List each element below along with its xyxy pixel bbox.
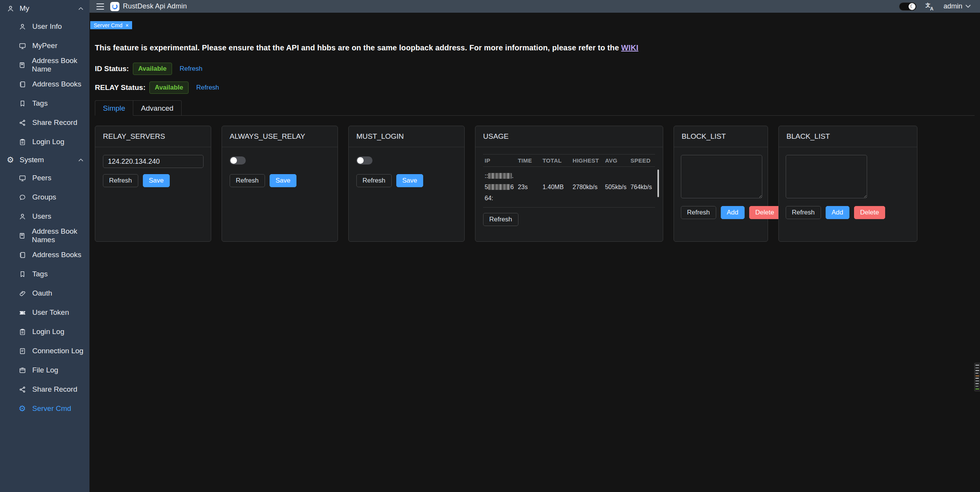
usage-refresh-button[interactable]: Refresh — [483, 213, 518, 226]
always-use-relay-toggle[interactable] — [230, 156, 246, 165]
usage-col-highest: HIGHEST — [571, 155, 603, 167]
must-login-refresh-button[interactable]: Refresh — [356, 174, 392, 187]
monitor-icon — [18, 174, 26, 182]
notebook-icon — [18, 80, 26, 88]
relay-refresh-button[interactable]: Refresh — [103, 174, 138, 187]
sidebar-item-tags[interactable]: Tags — [0, 94, 89, 113]
relay-servers-input[interactable] — [103, 155, 204, 168]
tab-advanced[interactable]: Advanced — [133, 100, 182, 116]
always-use-relay-refresh-button[interactable]: Refresh — [230, 174, 265, 187]
always-use-relay-save-button[interactable]: Save — [270, 174, 297, 187]
sidebar-item-label: Peers — [32, 174, 51, 182]
sidebar-item-label: Tags — [32, 99, 48, 108]
tab-server-cmd[interactable]: Server Cmd × — [90, 21, 132, 29]
sidebar-item-peers[interactable]: Peers — [0, 168, 89, 188]
usage-cell-speed: 764kb/s — [629, 167, 655, 208]
sidebar-item-connection-log[interactable]: Connection Log — [0, 341, 89, 361]
sidebar-item-address-book-name[interactable]: Address Book Name — [0, 55, 89, 75]
sidebar-item-share-record[interactable]: Share Record — [0, 380, 89, 399]
hamburger-icon[interactable] — [96, 3, 104, 10]
block-list-delete-button[interactable]: Delete — [749, 206, 780, 219]
gear-icon: ⚙ — [7, 156, 14, 164]
user-menu-label: admin — [944, 2, 962, 10]
minimap-bar — [975, 365, 979, 366]
minimap-bar — [975, 378, 979, 379]
dark-mode-toggle[interactable]: ☾ — [899, 2, 917, 11]
sidebar-item-login-log[interactable]: Login Log — [0, 132, 89, 151]
sidebar-item-address-books[interactable]: Address Books — [0, 245, 89, 264]
sidebar-item-label: Address Books — [32, 80, 81, 88]
sidebar-item-address-books[interactable]: Address Books — [0, 75, 89, 94]
sidebar-item-label: Server Cmd — [32, 404, 71, 413]
sidebar-item-tags[interactable]: Tags — [0, 264, 89, 284]
main-content: Server Cmd × This feature is experimenta… — [89, 13, 980, 492]
share-icon — [18, 386, 26, 393]
gear-icon: ⚙ — [18, 405, 26, 412]
must-login-save-button[interactable]: Save — [396, 174, 424, 187]
relay-status-refresh-link[interactable]: Refresh — [196, 84, 219, 91]
translate-icon[interactable]: 文 A — [925, 2, 935, 11]
wiki-link[interactable]: WIKI — [621, 43, 639, 52]
sidebar-group-my[interactable]: My — [0, 0, 89, 17]
minimap-bar — [975, 373, 978, 374]
sidebar-item-label: Groups — [32, 193, 56, 201]
tab-simple[interactable]: Simple — [95, 100, 133, 116]
minimap-bar — [975, 381, 979, 381]
block-list-add-button[interactable]: Add — [721, 206, 745, 219]
sidebar-item-mypeer[interactable]: MyPeer — [0, 36, 89, 55]
settings-cards: RELAY_SERVERS Refresh Save ALWAYS_USE_RE… — [95, 126, 975, 242]
id-status-label: ID Status: — [95, 65, 129, 73]
sidebar-item-label: Tags — [32, 270, 48, 278]
black-list-textarea[interactable] — [786, 155, 867, 198]
top-header: RustDesk Api Admin ☾ 文 A admin — [89, 0, 980, 13]
relay-status-badge: Available — [149, 81, 189, 94]
block-list-refresh-button[interactable]: Refresh — [681, 206, 716, 219]
sidebar-item-share-record[interactable]: Share Record — [0, 113, 89, 132]
sidebar-item-server-cmd[interactable]: ⚙Server Cmd — [0, 399, 89, 418]
sidebar-item-oauth[interactable]: Oauth — [0, 284, 89, 303]
bookmark-icon — [18, 270, 26, 278]
block-list-textarea[interactable] — [681, 155, 762, 198]
black-list-add-button[interactable]: Add — [826, 206, 849, 219]
card-usage: USAGE IPTIMETOTALHIGHESTAVGSPEED ::.5664… — [475, 126, 663, 242]
sidebar-item-users[interactable]: Users — [0, 207, 89, 226]
sidebar-item-label: Oauth — [32, 289, 52, 298]
id-status-badge: Available — [133, 63, 172, 75]
relay-save-button[interactable]: Save — [143, 174, 170, 187]
sidebar-item-label: Login Log — [32, 327, 64, 336]
mode-tabs: Simple Advanced — [95, 100, 975, 116]
user-menu[interactable]: admin — [944, 2, 971, 10]
card-block-list: BLOCK_LIST Refresh Add Delete — [674, 126, 768, 242]
card-always-use-relay: ALWAYS_USE_RELAY Refresh Save — [222, 126, 338, 242]
black-list-delete-button[interactable]: Delete — [854, 206, 885, 219]
id-status-refresh-link[interactable]: Refresh — [180, 65, 203, 73]
usage-col-avg: AVG — [603, 155, 629, 167]
sidebar-group-system[interactable]: ⚙System — [0, 151, 89, 168]
minimap-bar — [975, 389, 979, 389]
sidebar-item-address-book-names[interactable]: Address Book Names — [0, 226, 89, 245]
chat-icon — [18, 193, 26, 201]
svg-text:A: A — [930, 6, 934, 11]
user-icon — [18, 23, 26, 30]
sidebar-item-groups[interactable]: Groups — [0, 188, 89, 207]
rustdesk-logo-icon — [110, 2, 119, 11]
must-login-toggle[interactable] — [356, 156, 372, 165]
minimap-widget[interactable] — [974, 363, 980, 391]
close-icon[interactable]: × — [126, 23, 129, 28]
sidebar-item-file-log[interactable]: File Log — [0, 361, 89, 380]
black-list-refresh-button[interactable]: Refresh — [786, 206, 821, 219]
sidebar-item-login-log[interactable]: Login Log — [0, 322, 89, 341]
sidebar-item-user-token[interactable]: User Token — [0, 303, 89, 322]
tab-label: Server Cmd — [94, 22, 122, 28]
svg-text:文: 文 — [925, 2, 930, 8]
id-status-row: ID Status: Available Refresh — [95, 62, 975, 75]
sidebar: MyUser InfoMyPeerAddress Book NameAddres… — [0, 0, 89, 492]
usage-col-time: TIME — [516, 155, 541, 167]
document-icon — [18, 347, 26, 355]
monitor-icon — [18, 42, 26, 50]
sidebar-item-user-info[interactable]: User Info — [0, 17, 89, 36]
minimap-bar — [975, 376, 979, 376]
card-title: MUST_LOGIN — [349, 126, 464, 147]
sidebar-group-label: My — [20, 4, 78, 13]
table-scrollbar[interactable] — [657, 170, 659, 197]
